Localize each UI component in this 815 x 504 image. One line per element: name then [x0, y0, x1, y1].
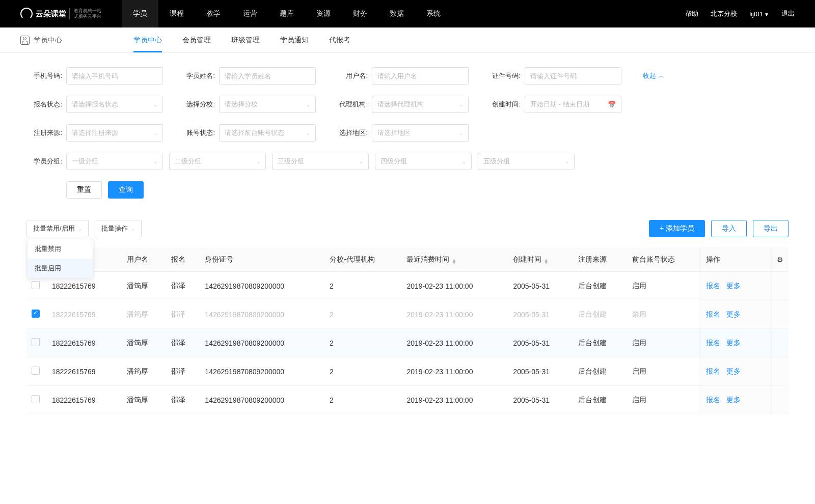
cell-idno: 14262919870809200000	[200, 357, 324, 386]
reset-button[interactable]: 重置	[66, 181, 102, 199]
cell-phone: 18222615769	[47, 300, 122, 329]
subnav-item-4[interactable]: 代报考	[329, 27, 350, 52]
sort-icon: ▲▼	[544, 259, 549, 264]
create-time-picker[interactable]: 开始日期 - 结束日期📅	[525, 96, 621, 113]
group-level-1-select[interactable]: 一级分组⌄	[66, 153, 163, 170]
export-button[interactable]: 导出	[753, 220, 789, 237]
username-input[interactable]	[372, 67, 469, 85]
topnav-item-2[interactable]: 教学	[195, 0, 232, 27]
bulk-disable-item[interactable]: 批量禁用	[28, 239, 93, 259]
subnav-item-3[interactable]: 学员通知	[280, 27, 309, 52]
row-more-link[interactable]: 更多	[726, 339, 741, 347]
table-toolbar: 批量禁用/启用⌄ 批量禁用 批量启用 批量操作⌄ + 添加学员 导入 导出	[0, 210, 815, 247]
collapse-toggle[interactable]: 收起 ︿	[643, 71, 665, 80]
bulk-enable-item[interactable]: 批量启用	[28, 259, 93, 278]
region-label: 选择地区:	[332, 128, 372, 137]
group-level-3-select[interactable]: 三级分组⌄	[272, 153, 369, 170]
row-enroll-link[interactable]: 报名	[706, 367, 720, 375]
user-menu[interactable]: lijt01▼	[749, 10, 769, 18]
col-settings[interactable]: ⚙	[772, 247, 789, 272]
phone-input[interactable]	[66, 67, 163, 85]
row-checkbox[interactable]	[32, 338, 40, 346]
cell-branch: 2	[324, 329, 401, 357]
branch-select[interactable]: 请选择分校⌄	[219, 96, 316, 113]
brand-name: 云朵课堂	[36, 9, 66, 19]
chevron-down-icon: ⌄	[153, 130, 157, 136]
subnav-item-1[interactable]: 会员管理	[182, 27, 211, 52]
table-header-row: 用户名 报名 身份证号 分校-代理机构 最近消费时间▲▼ 创建时间▲▼ 注册来源…	[26, 247, 789, 272]
cell-source: 后台创建	[573, 300, 627, 329]
row-more-link[interactable]: 更多	[726, 282, 741, 290]
cell-status: 启用	[627, 357, 701, 386]
branch-label: 选择分校:	[179, 100, 219, 109]
branch-link[interactable]: 北京分校	[711, 9, 737, 18]
col-status: 前台账号状态	[627, 247, 701, 272]
row-enroll-link[interactable]: 报名	[706, 310, 720, 318]
cell-username: 潘筠厚	[122, 272, 166, 300]
subnav-item-2[interactable]: 班级管理	[231, 27, 260, 52]
col-ops: 操作	[701, 247, 772, 272]
cell-branch: 2	[324, 357, 401, 386]
row-more-link[interactable]: 更多	[726, 396, 741, 404]
group-level-2-select[interactable]: 二级分组⌄	[169, 153, 266, 170]
idno-input[interactable]	[525, 67, 621, 85]
create-time-label: 创建时间:	[485, 100, 525, 109]
topnav-item-3[interactable]: 运营	[232, 0, 268, 27]
region-select[interactable]: 请选择地区⌄	[372, 124, 469, 142]
filter-panel: 手机号码: 学员姓名: 用户名: 证件号码: 收起 ︿ 报名状态:请选择报名状态…	[0, 53, 815, 199]
row-enroll-link[interactable]: 报名	[706, 339, 720, 347]
cell-username: 潘筠厚	[122, 329, 166, 357]
row-more-link[interactable]: 更多	[726, 367, 741, 375]
cell-branch: 2	[324, 300, 401, 329]
enroll-status-select[interactable]: 请选择报名状态⌄	[66, 96, 163, 113]
row-enroll-link[interactable]: 报名	[706, 282, 720, 290]
row-checkbox[interactable]	[32, 367, 40, 375]
row-enroll-link[interactable]: 报名	[706, 396, 720, 404]
topnav-item-7[interactable]: 数据	[378, 0, 415, 27]
cell-enroll: 邵泽	[166, 300, 200, 329]
subnav-item-0[interactable]: 学员中心	[133, 27, 162, 52]
bulk-ops-dropdown[interactable]: 批量操作⌄	[95, 220, 142, 237]
topnav-item-1[interactable]: 课程	[158, 0, 195, 27]
import-button[interactable]: 导入	[711, 220, 747, 237]
logout-link[interactable]: 退出	[781, 9, 795, 18]
search-button[interactable]: 查询	[108, 181, 144, 199]
cell-create: 2005-05-31	[508, 272, 573, 300]
bulk-toggle-dropdown[interactable]: 批量禁用/启用⌄ 批量禁用 批量启用	[26, 220, 89, 237]
topnav-item-8[interactable]: 系统	[415, 0, 452, 27]
add-student-button[interactable]: + 添加学员	[649, 220, 705, 237]
chevron-down-icon: ⌄	[256, 159, 260, 164]
cell-username: 潘筠厚	[122, 357, 166, 386]
topnav-item-0[interactable]: 学员	[122, 0, 158, 27]
row-checkbox[interactable]	[32, 281, 40, 289]
chevron-down-icon: ⌄	[565, 159, 569, 164]
table-row: 18222615769潘筠厚邵泽142629198708092000002201…	[26, 386, 789, 414]
agency-label: 代理机构:	[332, 100, 372, 109]
agency-select[interactable]: 请选择代理机构⌄	[372, 96, 469, 113]
topnav-item-6[interactable]: 财务	[342, 0, 378, 27]
topnav-item-4[interactable]: 题库	[268, 0, 305, 27]
cell-phone: 18222615769	[47, 357, 122, 386]
row-more-link[interactable]: 更多	[726, 310, 741, 318]
cell-username: 潘筠厚	[122, 386, 166, 414]
sub-nav: 学员中心 学员中心会员管理班级管理学员通知代报考	[0, 27, 815, 53]
cell-phone: 18222615769	[47, 329, 122, 357]
cell-phone: 18222615769	[47, 386, 122, 414]
reg-source-select[interactable]: 请选择注册来源⌄	[66, 124, 163, 142]
cell-create: 2005-05-31	[508, 357, 573, 386]
group-level-5-select[interactable]: 五级分组⌄	[478, 153, 575, 170]
name-input[interactable]	[219, 67, 316, 85]
idno-label: 证件号码:	[485, 71, 525, 80]
row-checkbox[interactable]	[32, 395, 40, 403]
acct-status-label: 账号状态:	[179, 128, 219, 137]
chevron-up-icon: ︿	[658, 72, 665, 79]
help-link[interactable]: 帮助	[685, 9, 698, 18]
col-source: 注册来源	[573, 247, 627, 272]
col-last-consume[interactable]: 最近消费时间▲▼	[401, 247, 508, 272]
group-level-4-select[interactable]: 四级分组⌄	[375, 153, 472, 170]
acct-status-select[interactable]: 请选择前台账号状态⌄	[219, 124, 316, 142]
topnav-item-5[interactable]: 资源	[305, 0, 342, 27]
col-create[interactable]: 创建时间▲▼	[508, 247, 573, 272]
row-checkbox[interactable]	[32, 310, 40, 318]
cell-create: 2005-05-31	[508, 329, 573, 357]
